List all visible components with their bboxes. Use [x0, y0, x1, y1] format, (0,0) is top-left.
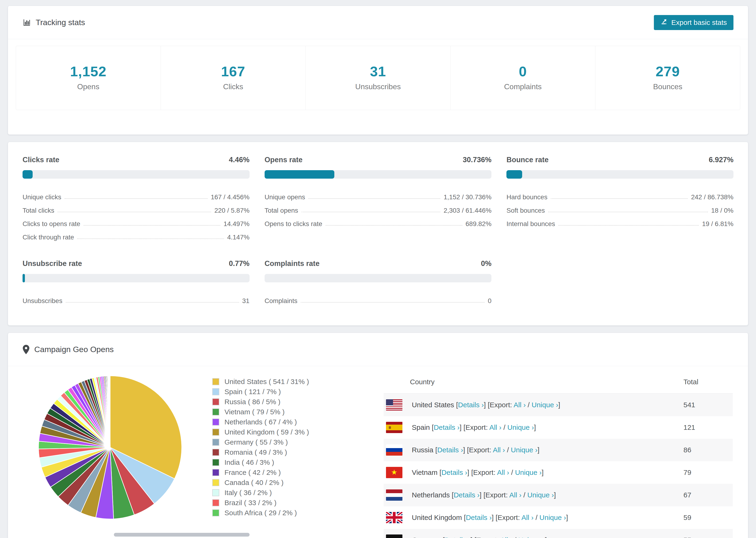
legend-swatch: [212, 510, 219, 516]
clicks-rate-value: 4.46%: [229, 156, 249, 164]
unsubscribe-rate-title: Unsubscribe rate: [23, 259, 82, 268]
details-link[interactable]: Details ›: [437, 446, 463, 454]
bounce-rate-panel: Bounce rate 6.927% Hard bounces242 / 86.…: [507, 156, 733, 241]
metric-row: Internal bounces19 / 6.81%: [507, 214, 733, 228]
geo-table-row: Netherlands [Details ›] [Export: All › /…: [384, 484, 733, 506]
details-link[interactable]: Details ›: [466, 513, 492, 521]
legend-swatch: [212, 398, 219, 405]
stats-summary-row: 1,152 Opens 167 Clicks 31 Unsubscribes 0…: [16, 46, 740, 110]
country-name: United Kingdom: [412, 513, 462, 521]
stat-clicks: 167 Clicks: [161, 46, 305, 110]
legend-swatch: [212, 388, 219, 395]
stat-complaints: 0 Complaints: [450, 46, 595, 110]
metric-row: Total clicks220 / 5.87%: [23, 201, 249, 214]
bounce-rate-value: 6.927%: [709, 156, 733, 164]
legend-item: United States ( 541 / 31% ): [212, 377, 384, 387]
export-unique-link[interactable]: Unique ›: [527, 491, 554, 499]
country-name: Spain: [412, 423, 430, 431]
details-link[interactable]: Details ›: [454, 491, 479, 499]
geo-table-row: United States [Details ›] [Export: All ›…: [384, 394, 733, 416]
export-all-link[interactable]: All ›: [493, 446, 505, 454]
horizontal-scrollbar-thumb[interactable]: [114, 533, 249, 537]
legend-item: India ( 46 / 3% ): [212, 457, 384, 467]
export-unique-link[interactable]: Unique ›: [531, 401, 558, 409]
country-flag: [386, 534, 403, 538]
bounces-count: 279: [595, 63, 740, 80]
tracking-stats-card: Tracking stats Export basic stats 1,152 …: [8, 6, 748, 135]
export-all-link[interactable]: All ›: [521, 513, 534, 521]
metric-row: Hard bounces242 / 86.738%: [507, 188, 733, 201]
legend-item: South Africa ( 29 / 2% ): [212, 508, 384, 518]
stat-unsubscribes: 31 Unsubscribes: [305, 46, 450, 110]
export-all-link[interactable]: All ›: [514, 401, 526, 409]
legend-item: Italy ( 36 / 2% ): [212, 488, 384, 498]
export-all-link[interactable]: All ›: [489, 423, 502, 431]
geo-table-row: Vietnam [Details ›] [Export: All › / Uni…: [384, 461, 733, 484]
metric-row: Unique opens1,152 / 30.736%: [265, 188, 492, 201]
metric-row: Clicks to opens rate14.497%: [23, 214, 249, 228]
export-all-link[interactable]: All ›: [497, 468, 509, 476]
country-name: United States: [412, 401, 454, 409]
campaign-geo-opens-card: Campaign Geo Opens United States ( 541 /…: [8, 333, 748, 538]
legend-swatch: [212, 449, 219, 456]
country-name: Netherlands: [412, 491, 450, 499]
export-unique-link[interactable]: Unique ›: [511, 446, 537, 454]
metric-row: Opens to clicks rate689.82%: [265, 214, 492, 228]
tracking-stats-title: Tracking stats: [23, 18, 85, 27]
clicks-rate-progressbar: [23, 170, 249, 179]
bar-chart-icon: [23, 18, 31, 27]
export-icon: [661, 18, 668, 27]
bounce-rate-progressbar: [507, 170, 733, 179]
details-link[interactable]: Details ›: [441, 468, 467, 476]
export-unique-link[interactable]: Unique ›: [515, 468, 542, 476]
country-total: 541: [683, 394, 733, 416]
map-pin-icon: [23, 345, 29, 354]
stat-opens: 1,152 Opens: [16, 46, 161, 110]
export-all-link[interactable]: All ›: [509, 491, 521, 499]
geo-table-header-row: Country Total: [384, 371, 733, 394]
opens-rate-title: Opens rate: [265, 156, 303, 164]
export-unique-link[interactable]: Unique ›: [518, 536, 545, 538]
export-unique-link[interactable]: Unique ›: [540, 513, 566, 521]
unsubscribe-rate-panel: Unsubscribe rate 0.77% Unsubscribes31: [23, 259, 249, 305]
export-basic-stats-button[interactable]: Export basic stats: [654, 15, 733, 30]
country-total: 121: [683, 416, 733, 439]
legend-swatch: [212, 418, 219, 426]
legend-swatch: [212, 459, 219, 466]
unsubscribe-rate-value: 0.77%: [229, 259, 249, 268]
legend-item: Brazil ( 33 / 2% ): [212, 498, 384, 508]
details-link[interactable]: Details ›: [458, 401, 484, 409]
legend-swatch: [212, 439, 219, 446]
legend-swatch: [212, 429, 219, 436]
country-flag: [386, 444, 403, 456]
complaints-rate-value: 0%: [481, 259, 492, 268]
complaints-count: 0: [451, 63, 595, 80]
legend-item: United Kingdom ( 59 / 3% ): [212, 427, 384, 437]
country-total: 55: [683, 529, 733, 538]
legend-swatch: [212, 489, 219, 496]
country-total: 86: [683, 439, 733, 461]
metric-row: Total opens2,303 / 61.446%: [265, 201, 492, 214]
details-link[interactable]: Details ›: [445, 536, 470, 538]
export-unique-link[interactable]: Unique ›: [507, 423, 534, 431]
details-link[interactable]: Details ›: [434, 423, 459, 431]
legend-swatch: [212, 479, 219, 486]
legend-swatch: [212, 499, 219, 506]
country-flag: [386, 467, 403, 478]
legend-swatch: [212, 469, 219, 476]
geo-table-row: United Kingdom [Details ›] [Export: All …: [384, 506, 733, 529]
column-header-country: Country: [384, 371, 683, 394]
export-all-link[interactable]: All ›: [500, 536, 513, 538]
complaints-rate-panel: Complaints rate 0% Complaints0: [265, 259, 492, 305]
page-title: Tracking stats: [36, 18, 85, 27]
country-flag: [386, 422, 403, 433]
legend-item: Canada ( 40 / 2% ): [212, 477, 384, 488]
country-flag: [386, 489, 403, 501]
metric-row: Unique clicks167 / 4.456%: [23, 188, 249, 201]
opens-rate-value: 30.736%: [463, 156, 491, 164]
clicks-rate-title: Clicks rate: [23, 156, 59, 164]
column-header-total: Total: [683, 371, 733, 394]
complaints-rate-title: Complaints rate: [265, 259, 320, 268]
legend-item: Germany ( 55 / 3% ): [212, 437, 384, 447]
metric-row: Click through rate4.147%: [23, 228, 249, 241]
